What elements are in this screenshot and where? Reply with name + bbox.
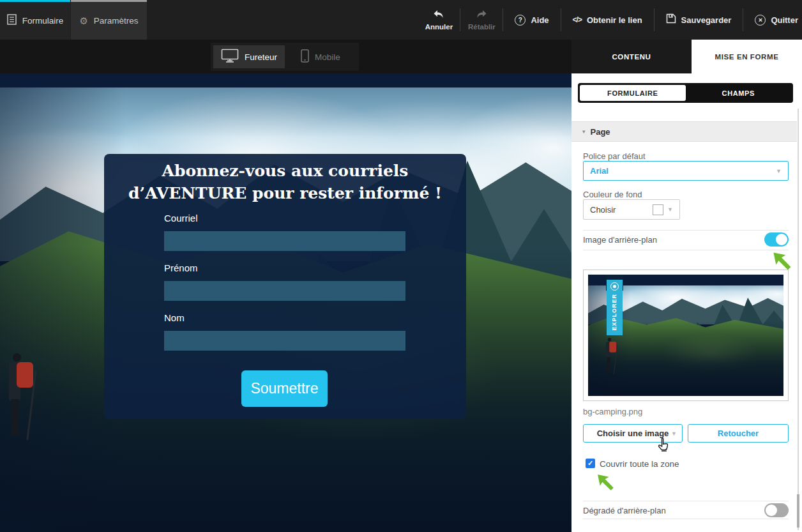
help-icon: ? xyxy=(515,15,526,26)
device-mobile-label: Mobile xyxy=(315,52,340,62)
subtab-champs[interactable]: CHAMPS xyxy=(686,85,792,101)
preview-canvas: Abonnez-vous aux courriels d’AVENTURE po… xyxy=(0,73,571,532)
quit-icon: × xyxy=(755,15,766,26)
code-icon: </> xyxy=(573,15,582,24)
help-label: Aide xyxy=(531,15,549,25)
email-field[interactable] xyxy=(164,231,405,251)
hiker-figure xyxy=(3,353,38,449)
get-link-button[interactable]: </> Obtenir le lien xyxy=(561,15,654,25)
canvas-top-strip: Fureteur Mobile xyxy=(0,40,571,73)
subscription-form-card: Abonnez-vous aux courriels d’AVENTURE po… xyxy=(104,154,466,419)
panel-scrollbar[interactable] xyxy=(798,109,799,530)
image-filename: bg-camping.png xyxy=(583,407,642,416)
divider xyxy=(583,230,789,231)
form-fields-switch: FORMULAIRE CHAMPS xyxy=(578,83,793,103)
device-mobile-segment[interactable]: Mobile xyxy=(285,45,356,68)
subtab-formulaire[interactable]: FORMULAIRE xyxy=(580,85,686,101)
firstname-label: Prénom xyxy=(164,262,198,273)
tab-parametres[interactable]: ⚙ Paramètres xyxy=(71,0,147,40)
undo-label: Annuler xyxy=(425,23,453,31)
email-label: Courriel xyxy=(164,213,198,224)
cover-area-label: Couvrir toute la zone xyxy=(600,459,679,469)
tab-mise-en-forme[interactable]: MISE EN FORME xyxy=(692,40,802,73)
color-swatch xyxy=(653,204,663,215)
undo-icon xyxy=(433,10,444,21)
bg-image-label: Image d'arrière-plan xyxy=(583,235,657,245)
help-button[interactable]: ? Aide xyxy=(503,15,560,26)
chevron-down-icon: ▼ xyxy=(671,430,677,437)
monitor-icon xyxy=(221,49,239,65)
collapse-triangle-icon: ▾ xyxy=(582,128,586,135)
hiker-figure xyxy=(603,338,619,378)
save-label: Sauvegarder xyxy=(681,15,732,25)
toolbar-actions: Annuler Rétablir ? Aide </> Obtenir le l… xyxy=(418,0,802,40)
form-builder-app: Formulaire ⚙ Paramètres Annuler Rétablir xyxy=(0,0,802,532)
divider xyxy=(583,519,789,519)
chevron-down-icon: ▼ xyxy=(667,206,673,213)
tab-contenu[interactable]: CONTENU xyxy=(571,40,692,73)
bg-gradient-label: Dégradé d'arrière-plan xyxy=(583,506,666,515)
get-link-label: Obtenir le lien xyxy=(587,15,642,25)
device-browser-label: Fureteur xyxy=(245,52,277,62)
section-page-header[interactable]: ▾ Page xyxy=(571,121,797,142)
retouch-button[interactable]: Retoucher xyxy=(688,424,789,443)
lastname-label: Nom xyxy=(164,312,185,323)
settings-panel: CONTENU MISE EN FORME FORMULAIRE CHAMPS … xyxy=(571,40,802,532)
document-icon xyxy=(7,14,17,27)
font-label: Police par défaut xyxy=(583,151,646,161)
bg-color-select[interactable]: Choisir ▼ xyxy=(583,199,680,220)
save-icon xyxy=(666,13,676,26)
bg-image-thumbnail: EXPLORER xyxy=(583,270,789,401)
submit-button[interactable]: Soumettre xyxy=(241,370,328,407)
thumbnail-scene: EXPLORER xyxy=(588,275,783,396)
divider xyxy=(583,250,789,250)
tab-formulaire[interactable]: Formulaire xyxy=(0,0,70,40)
chevron-down-icon: ▼ xyxy=(776,168,782,174)
explorer-ribbon: EXPLORER xyxy=(607,280,623,335)
section-page-title: Page xyxy=(591,127,610,137)
lastname-field[interactable] xyxy=(164,331,405,351)
device-toggle: Fureteur Mobile xyxy=(211,43,359,71)
tab-parametres-label: Paramètres xyxy=(94,16,139,26)
font-select-value: Arial xyxy=(590,166,609,176)
top-toolbar: Formulaire ⚙ Paramètres Annuler Rétablir xyxy=(0,0,802,40)
bg-image-toggle[interactable] xyxy=(764,232,789,247)
device-browser-segment[interactable]: Fureteur xyxy=(213,45,285,68)
firstname-field[interactable] xyxy=(164,281,405,301)
quit-label: Quitter xyxy=(771,15,798,25)
cover-area-checkbox[interactable]: ✓ xyxy=(586,459,595,468)
font-select[interactable]: Arial ▼ xyxy=(583,161,789,181)
bg-color-label: Couleur de fond xyxy=(583,190,642,199)
annotation-arrow-icon xyxy=(596,473,617,494)
gear-icon: ⚙ xyxy=(79,15,87,27)
ribbon-text: EXPLORER xyxy=(611,294,617,331)
form-title: Abonnez-vous aux courriels d’AVENTURE po… xyxy=(104,160,466,204)
redo-button[interactable]: Rétablir xyxy=(460,10,503,31)
save-button[interactable]: Sauvegarder xyxy=(654,13,743,26)
compass-icon xyxy=(610,282,619,291)
bg-gradient-toggle[interactable] xyxy=(764,503,789,517)
divider xyxy=(583,501,789,501)
bg-color-select-value: Choisir xyxy=(590,205,616,215)
tab-formulaire-label: Formulaire xyxy=(22,16,64,26)
scrollbar-thumb[interactable] xyxy=(797,494,799,528)
annotation-arrow-icon xyxy=(771,250,794,273)
panel-tabs: CONTENU MISE EN FORME xyxy=(571,40,802,73)
redo-icon xyxy=(476,10,487,21)
undo-button[interactable]: Annuler xyxy=(418,10,460,31)
hand-cursor-icon xyxy=(656,437,670,452)
mobile-icon xyxy=(301,49,309,65)
quit-button[interactable]: × Quitter xyxy=(743,15,802,26)
retouch-label: Retoucher xyxy=(718,429,759,438)
redo-label: Rétablir xyxy=(468,23,496,31)
page-header-bar xyxy=(0,73,571,87)
